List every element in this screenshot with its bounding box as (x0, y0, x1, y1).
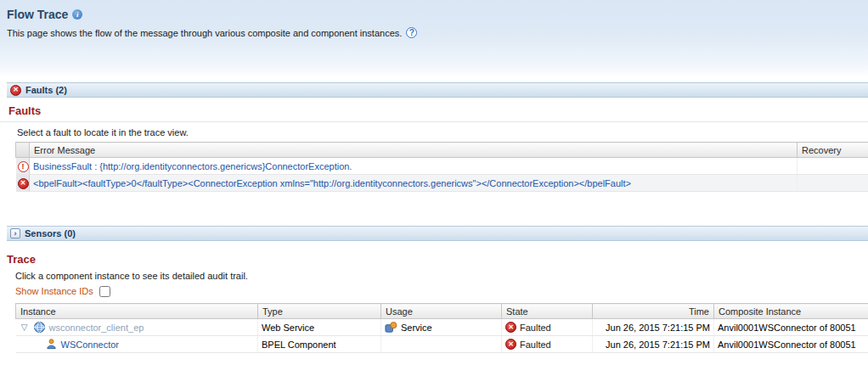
composite-instance-cell: Anvil0001WSConnector of 80051 (714, 336, 868, 353)
service-icon (385, 321, 397, 334)
column-header-state[interactable]: State (502, 304, 593, 319)
column-header-time[interactable]: Time (593, 304, 714, 319)
sensors-panel-header-label: Sensors (0) (25, 228, 76, 239)
type-cell: Web Service (258, 319, 381, 336)
show-instance-ids-link[interactable]: Show Instance IDs (15, 286, 93, 296)
page-title: Flow Trace (7, 8, 68, 21)
help-icon[interactable]: ? (406, 27, 417, 38)
faults-instruction: Select a fault to locate it in the trace… (17, 127, 868, 137)
column-header-usage[interactable]: Usage (381, 304, 502, 319)
fault-row[interactable]: ✕ <bpelFault><faultType>0</faultType><Co… (16, 175, 868, 192)
state-label: Faulted (520, 340, 551, 350)
faults-panel-body: Faults Select a fault to locate it in th… (0, 98, 868, 226)
fault-row-icon-cell: ! (16, 158, 30, 175)
trace-table-header-row: Instance Type Usage State Time Composite… (16, 304, 868, 319)
error-icon: ✕ (10, 85, 21, 96)
trace-row[interactable]: ▽ wsconnector_client_ep (16, 319, 868, 336)
page-header-banner: Flow Trace i This page shows the flow of… (0, 0, 868, 76)
time-cell: Jun 26, 2015 7:21:15 PM (593, 336, 714, 353)
usage-label: Service (401, 323, 432, 333)
time-cell: Jun 26, 2015 7:21:15 PM (593, 319, 714, 336)
faults-panel-header[interactable]: ✕ Faults (2) (7, 82, 868, 98)
trace-row[interactable]: WSConnector BPEL Component ✕ Faulted Jun… (16, 336, 868, 353)
bpel-component-icon (45, 338, 58, 351)
faults-table: Error Message Recovery ! BusinessFault :… (15, 142, 868, 192)
collapse-toggle-icon[interactable]: ▽ (20, 323, 30, 332)
faults-section-title-row: Faults (0, 98, 868, 122)
info-icon[interactable]: i (72, 9, 82, 20)
column-header-recovery[interactable]: Recovery (798, 143, 868, 158)
trace-section: Trace Click a component instance to see … (0, 253, 868, 353)
fault-recovery-cell (798, 175, 868, 192)
error-icon: ✕ (18, 178, 29, 189)
instance-link[interactable]: WSConnector (61, 340, 119, 350)
faults-panel-header-label: Faults (2) (25, 85, 67, 95)
show-instance-ids-checkbox[interactable] (99, 286, 110, 297)
warning-icon: ! (18, 161, 29, 172)
usage-cell (381, 336, 502, 353)
type-cell: BPEL Component (258, 336, 381, 353)
faults-row-header-column (16, 143, 30, 158)
column-header-type[interactable]: Type (258, 304, 381, 319)
fault-message-link[interactable]: <bpelFault><faultType>0</faultType><Conn… (33, 178, 631, 188)
sensors-panel-header[interactable]: › Sensors (0) (7, 226, 868, 241)
faults-section-title: Faults (8, 104, 41, 117)
trace-section-title: Trace (7, 253, 868, 266)
fault-row-icon-cell: ✕ (16, 175, 30, 192)
chevron-right-icon[interactable]: › (10, 228, 20, 239)
state-label: Faulted (520, 323, 551, 333)
faulted-icon: ✕ (505, 322, 516, 333)
trace-instruction: Click a component instance to see its de… (15, 271, 868, 281)
column-header-composite-instance[interactable]: Composite Instance (714, 304, 868, 319)
instance-link[interactable]: wsconnector_client_ep (49, 323, 144, 333)
column-header-error-message[interactable]: Error Message (30, 143, 798, 158)
web-service-icon (33, 321, 46, 334)
faults-table-header-row: Error Message Recovery (16, 143, 868, 158)
fault-recovery-cell (798, 158, 868, 175)
column-header-instance[interactable]: Instance (16, 304, 258, 319)
fault-row[interactable]: ! BusinessFault : {http://org.identityco… (16, 158, 868, 175)
faulted-icon: ✕ (505, 339, 516, 350)
composite-instance-cell: Anvil0001WSConnector of 80051 (714, 319, 868, 336)
flow-trace-page: Flow Trace i This page shows the flow of… (0, 0, 868, 376)
trace-table: Instance Type Usage State Time Composite… (15, 303, 868, 353)
page-subtitle: This page shows the flow of the message … (7, 28, 402, 38)
fault-message-link[interactable]: BusinessFault : {http://org.identityconn… (33, 161, 352, 171)
